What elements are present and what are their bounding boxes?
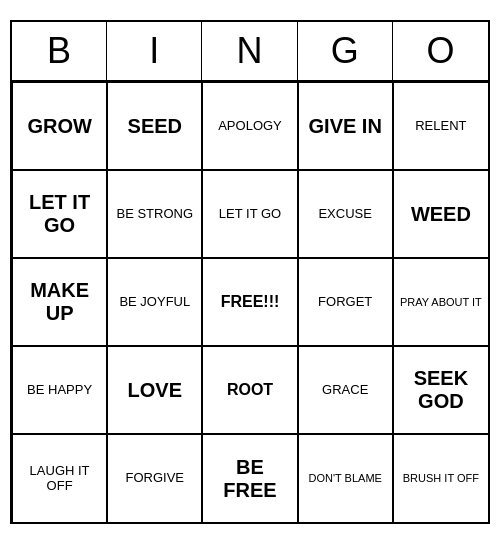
cell-text: LET IT GO (17, 191, 102, 237)
bingo-cell: GIVE IN (298, 82, 393, 170)
bingo-cell: FORGET (298, 258, 393, 346)
bingo-cell: ROOT (202, 346, 297, 434)
cell-text: BE JOYFUL (119, 295, 190, 310)
bingo-cell: PRAY ABOUT IT (393, 258, 488, 346)
bingo-cell: WEED (393, 170, 488, 258)
bingo-cell: LET IT GO (202, 170, 297, 258)
cell-text: BE FREE (207, 456, 292, 502)
bingo-cell: BRUSH IT OFF (393, 434, 488, 522)
cell-text: SEEK GOD (398, 367, 484, 413)
bingo-cell: BE FREE (202, 434, 297, 522)
bingo-cell: LAUGH IT OFF (12, 434, 107, 522)
header-letter: I (107, 22, 202, 80)
bingo-cell: SEED (107, 82, 202, 170)
cell-text: SEED (128, 115, 182, 138)
header-letter: G (298, 22, 393, 80)
cell-text: GIVE IN (309, 115, 382, 138)
cell-text: BE STRONG (117, 207, 194, 222)
cell-text: LOVE (128, 379, 182, 402)
cell-text: FORGET (318, 295, 372, 310)
cell-text: ROOT (227, 381, 273, 399)
bingo-cell: BE STRONG (107, 170, 202, 258)
cell-text: FREE!!! (221, 293, 280, 311)
cell-text: RELENT (415, 119, 466, 134)
bingo-card: BINGO GROWSEEDAPOLOGYGIVE INRELENTLET IT… (10, 20, 490, 524)
cell-text: APOLOGY (218, 119, 282, 134)
bingo-cell: MAKE UP (12, 258, 107, 346)
cell-text: EXCUSE (318, 207, 371, 222)
bingo-cell: BE JOYFUL (107, 258, 202, 346)
bingo-cell: FORGIVE (107, 434, 202, 522)
header-letter: B (12, 22, 107, 80)
header-letter: N (202, 22, 297, 80)
bingo-cell: APOLOGY (202, 82, 297, 170)
bingo-cell: FREE!!! (202, 258, 297, 346)
bingo-cell: GRACE (298, 346, 393, 434)
bingo-cell: EXCUSE (298, 170, 393, 258)
bingo-cell: LOVE (107, 346, 202, 434)
cell-text: LET IT GO (219, 207, 281, 222)
cell-text: BRUSH IT OFF (403, 472, 479, 485)
cell-text: LAUGH IT OFF (17, 464, 102, 494)
cell-text: GROW (27, 115, 91, 138)
bingo-grid: GROWSEEDAPOLOGYGIVE INRELENTLET IT GOBE … (12, 82, 488, 522)
cell-text: WEED (411, 203, 471, 226)
cell-text: GRACE (322, 383, 368, 398)
bingo-cell: RELENT (393, 82, 488, 170)
cell-text: FORGIVE (126, 471, 185, 486)
cell-text: DON'T BLAME (308, 472, 381, 485)
cell-text: BE HAPPY (27, 383, 92, 398)
bingo-cell: DON'T BLAME (298, 434, 393, 522)
bingo-header: BINGO (12, 22, 488, 82)
bingo-cell: SEEK GOD (393, 346, 488, 434)
bingo-cell: LET IT GO (12, 170, 107, 258)
cell-text: MAKE UP (17, 279, 102, 325)
header-letter: O (393, 22, 488, 80)
cell-text: PRAY ABOUT IT (400, 296, 482, 309)
bingo-cell: BE HAPPY (12, 346, 107, 434)
bingo-cell: GROW (12, 82, 107, 170)
